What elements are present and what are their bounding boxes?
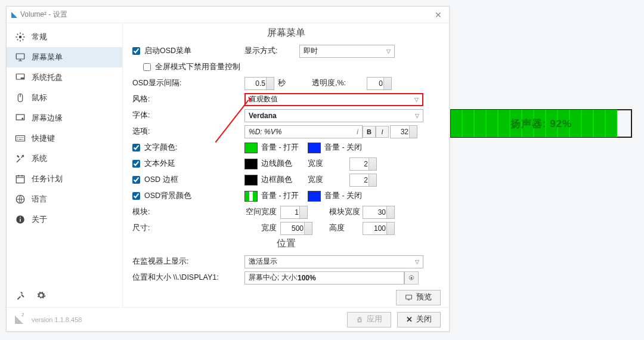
sidebar-item-edge[interactable]: 屏幕边缘	[7, 108, 122, 128]
svg-point-0	[19, 36, 22, 39]
text-color-off-swatch[interactable]	[308, 143, 321, 153]
section-osd-title: 屏幕菜单	[131, 27, 441, 39]
position-label: 位置和大小 \\.\DISPLAY1:	[131, 273, 244, 283]
width-spin[interactable]: 500▴▾	[280, 222, 312, 235]
sidebar-item-label: 任务计划	[32, 174, 63, 184]
monitor-select[interactable]: 激活显示▽	[244, 255, 423, 268]
svg-rect-15	[406, 295, 412, 299]
app-logo-icon	[11, 12, 17, 18]
sidebar-item-label: 系统	[32, 153, 47, 164]
hammer-icon[interactable]	[16, 290, 26, 302]
sidebar-item-label: 语言	[32, 194, 47, 205]
font-select[interactable]: Verdana▽	[244, 109, 423, 122]
height-spin[interactable]: 100▴▾	[363, 222, 395, 235]
svg-rect-8	[16, 136, 25, 141]
interval-spin[interactable]: 0.5▴▾	[244, 77, 274, 90]
preview-button[interactable]: 预览	[396, 290, 441, 305]
opacity-spin[interactable]: 0▴▾	[367, 77, 392, 90]
border-width-spin[interactable]: 2▴▾	[349, 174, 377, 187]
italic-button[interactable]: I	[376, 126, 389, 138]
osd-preview-text: 扬声器: 92%	[451, 117, 631, 131]
osd-preview-overlay: 扬声器: 92%	[450, 109, 632, 138]
sidebar-item-info[interactable]: 关于	[7, 209, 122, 230]
mouse-icon	[15, 92, 26, 103]
close-icon[interactable]: ✕	[432, 10, 444, 20]
text-color-checkbox[interactable]: 文字颜色:	[132, 143, 177, 153]
svg-rect-1	[16, 54, 24, 59]
sidebar-item-globe[interactable]: 语言	[7, 189, 122, 209]
tray-icon	[15, 72, 26, 83]
outline-color-swatch[interactable]	[244, 159, 258, 169]
style-label: 风格:	[131, 94, 244, 104]
module-label: 模块:	[131, 207, 244, 217]
interval-label: OSD显示间隔:	[131, 78, 244, 88]
gear-small-icon[interactable]	[36, 290, 46, 302]
svg-rect-3	[21, 78, 24, 79]
globe-icon	[15, 194, 26, 205]
sidebar-item-tray[interactable]: 系统托盘	[7, 67, 122, 88]
svg-rect-13	[20, 217, 21, 218]
osd-bg-checkbox[interactable]: OSD背景颜色	[132, 191, 191, 201]
sidebar-item-label: 屏幕菜单	[32, 52, 63, 63]
version-icon: 2	[15, 316, 23, 324]
sidebar-item-label: 鼠标	[32, 92, 47, 103]
font-label: 字体:	[131, 110, 244, 120]
sidebar-item-label: 系统托盘	[32, 72, 63, 83]
svg-rect-16	[408, 299, 410, 300]
close-button[interactable]: ✕ 关闭	[397, 312, 441, 327]
enable-osd-checkbox[interactable]: 启动OSD菜单	[132, 46, 191, 56]
bg-on-swatch[interactable]	[244, 191, 258, 202]
bg-off-swatch[interactable]	[308, 191, 321, 202]
sidebar-item-label: 屏幕边缘	[32, 113, 63, 123]
display-mode-select[interactable]: 即时▽	[299, 45, 395, 58]
position-gear-button[interactable]	[404, 271, 419, 285]
monitor-icon	[15, 52, 26, 63]
text-color-on-swatch[interactable]	[244, 143, 258, 153]
section-position-title: 位置	[131, 237, 441, 250]
content-pane: 屏幕菜单 启动OSD菜单 显示方式: 即时▽ 全屏模式下禁用音	[123, 23, 449, 307]
tools-icon	[15, 153, 26, 164]
display-mode-label: 显示方式:	[244, 46, 299, 56]
version-text: version 1.1.8.458	[32, 316, 82, 323]
fullscreen-disable-checkbox[interactable]: 全屏模式下禁用音量控制	[143, 62, 240, 72]
sidebar-item-label: 关于	[32, 214, 47, 225]
svg-point-14	[411, 277, 413, 279]
sidebar-item-label: 常规	[32, 32, 47, 42]
sidebar-item-tools[interactable]: 系统	[7, 149, 122, 169]
option-label: 选项:	[131, 126, 244, 137]
sidebar-item-label: 快捷键	[32, 133, 55, 144]
settings-window: Volume² - 设置 ✕ 常规屏幕菜单系统托盘鼠标屏幕边缘快捷键系统任务计划…	[6, 6, 450, 332]
bold-button[interactable]: B	[363, 126, 376, 138]
gap-spin[interactable]: 1▴▾	[280, 206, 308, 219]
apply-button[interactable]: 应用	[347, 312, 391, 327]
position-input[interactable]: 屏幕中心; 大小: 100%	[244, 271, 404, 285]
style-select[interactable]: 直观数值▽	[244, 93, 423, 106]
sidebar: 常规屏幕菜单系统托盘鼠标屏幕边缘快捷键系统任务计划语言关于	[7, 23, 123, 307]
size-label: 尺寸:	[131, 223, 244, 233]
calendar-icon	[15, 174, 26, 184]
svg-rect-12	[20, 219, 21, 222]
sidebar-item-calendar[interactable]: 任务计划	[7, 169, 122, 189]
outline-checkbox[interactable]: 文本外延	[132, 159, 175, 169]
sidebar-item-gear[interactable]: 常规	[7, 27, 122, 47]
outline-width-spin[interactable]: 2▴▾	[349, 157, 377, 171]
svg-point-7	[21, 118, 23, 119]
titlebar: Volume² - 设置 ✕	[7, 7, 449, 23]
footer: 2 version 1.1.8.458 应用 ✕ 关闭	[7, 307, 449, 331]
opacity-label: 透明度,%:	[312, 78, 367, 88]
svg-rect-9	[16, 176, 24, 183]
osd-border-checkbox[interactable]: OSD 边框	[132, 175, 178, 185]
window-title: Volume² - 设置	[20, 10, 67, 20]
border-color-swatch[interactable]	[244, 175, 258, 186]
sidebar-item-keyboard[interactable]: 快捷键	[7, 128, 122, 149]
monitor-label: 在监视器上显示:	[131, 256, 244, 267]
edge-icon	[15, 113, 26, 123]
module-width-spin[interactable]: 30▴▾	[363, 206, 395, 219]
keyboard-icon	[15, 133, 26, 144]
gear-icon	[15, 32, 26, 42]
sidebar-item-mouse[interactable]: 鼠标	[7, 88, 122, 108]
sidebar-item-monitor[interactable]: 屏幕菜单	[7, 47, 122, 67]
option-input[interactable]: %D: %V%i	[244, 125, 363, 138]
font-size-spin[interactable]: 32▴▾	[390, 125, 417, 138]
info-icon	[15, 214, 26, 225]
